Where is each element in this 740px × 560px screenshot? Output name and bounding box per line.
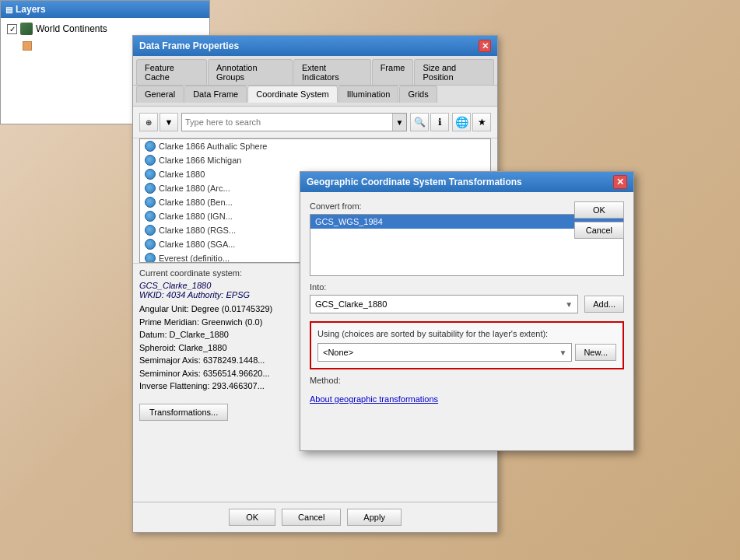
gcs-title: Geographic Coordinate System Transformat… (307, 177, 522, 187)
globe-icon (145, 183, 156, 194)
dfp-title: Data Frame Properties (139, 40, 239, 51)
layers-icon: ▤ (5, 5, 12, 14)
gcs-close-button[interactable]: ✕ (613, 175, 627, 189)
globe-icon (145, 141, 156, 152)
apply-button[interactable]: Apply (347, 509, 402, 526)
gcs-transformations-dialog: Geographic Coordinate System Transformat… (300, 171, 634, 451)
globe-button[interactable]: 🌐 (452, 113, 471, 131)
cs-item-label: Clarke 1866 Michigan (159, 156, 241, 165)
into-row: GCS_Clarke_1880 ▼ Add... (310, 295, 624, 313)
cs-item-label: Clarke 1866 Authalic Sphere (159, 142, 267, 151)
tab-extent-indicators[interactable]: Extent Indicators (293, 59, 371, 85)
dfp-bottom-buttons: OK Cancel Apply (133, 502, 497, 532)
globe-icon (145, 225, 156, 236)
using-box: Using (choices are sorted by suitability… (310, 321, 624, 369)
method-label: Method: (310, 376, 624, 385)
gcs-ok-button[interactable]: OK (574, 201, 624, 219)
cs-item-label: Clarke 1880 (159, 170, 205, 179)
globe-icon (145, 197, 156, 208)
tab-grids[interactable]: Grids (399, 86, 437, 103)
search-icons: 🔍 ℹ (410, 113, 449, 131)
using-label: Using (choices are sorted by suitability… (317, 329, 616, 338)
globe-icon (145, 169, 156, 180)
tab-illumination[interactable]: Illumination (338, 86, 399, 103)
tab-annotation-groups[interactable]: Annotation Groups (208, 59, 293, 85)
extra-icons: 🌐 ★ (452, 113, 491, 131)
search-input-wrap: ▼ (181, 113, 407, 131)
add-button[interactable]: Add... (584, 296, 624, 313)
globe-icon: 🌐 (455, 116, 468, 128)
layer-sublayer-icon (23, 41, 32, 51)
list-item: ✓ World Continents (7, 21, 203, 37)
ok-button[interactable]: OK (229, 509, 275, 526)
info-icon: ℹ (438, 117, 442, 128)
transformations-button[interactable]: Transformations... (139, 404, 228, 421)
using-dropdown[interactable]: <None> ▼ (317, 343, 572, 362)
gcs-cancel-button[interactable]: Cancel (574, 222, 624, 239)
star-icon: ★ (478, 117, 486, 128)
dropdown-arrow-icon: ▼ (559, 348, 567, 357)
tabs-row-1: Feature Cache Annotation Groups Extent I… (133, 56, 497, 86)
cs-item-label: Clarke 1880 (Arc... (159, 184, 230, 193)
list-item[interactable]: Clarke 1866 Authalic Sphere (140, 139, 490, 153)
cs-item-label: Clarke 1880 (Ben... (159, 198, 233, 207)
cancel-button[interactable]: Cancel (282, 509, 341, 526)
close-button[interactable]: ✕ (479, 40, 491, 52)
using-dropdown-row: <None> ▼ New... (317, 343, 616, 362)
globe-icon (145, 253, 156, 263)
layer-label: World Continents (36, 23, 107, 34)
tab-frame[interactable]: Frame (372, 59, 414, 85)
star-button[interactable]: ★ (472, 113, 491, 131)
cs-item-label: Clarke 1880 (SGA... (159, 240, 235, 249)
into-label: Into: (310, 282, 624, 292)
search-toolbar: ⊕ ▼ (139, 113, 178, 131)
toolbar-dropdown-button[interactable]: ▼ (160, 113, 178, 131)
search-info-button[interactable]: ℹ (430, 113, 449, 131)
layers-title: Layers (16, 4, 46, 15)
tab-feature-cache[interactable]: Feature Cache (136, 59, 207, 85)
search-go-button[interactable]: 🔍 (410, 113, 429, 131)
cs-icon: ⊕ (146, 118, 152, 127)
globe-icon (145, 239, 156, 250)
tab-size-and-position[interactable]: Size and Position (414, 59, 494, 85)
checkbox[interactable]: ✓ (7, 24, 17, 34)
layer-icon (20, 23, 33, 35)
magnifier-icon: 🔍 (414, 117, 426, 128)
into-dropdown[interactable]: GCS_Clarke_1880 ▼ (310, 295, 578, 313)
tab-general[interactable]: General (136, 86, 184, 103)
dropdown-arrow-icon: ▼ (565, 300, 573, 309)
using-value: <None> (323, 348, 353, 357)
dfp-titlebar: Data Frame Properties ✕ (133, 36, 497, 56)
toolbar-cs-button[interactable]: ⊕ (139, 113, 158, 131)
search-area: ⊕ ▼ ▼ 🔍 ℹ 🌐 ★ (133, 107, 497, 138)
dropdown-arrow-icon: ▼ (165, 117, 174, 127)
globe-icon (145, 155, 156, 166)
cs-item-label: Clarke 1880 (RGS... (159, 226, 236, 235)
tabs-row-2: General Data Frame Coordinate System Ill… (133, 86, 497, 107)
cs-item-label: Everest (definitio... (159, 254, 230, 263)
layers-titlebar: ▤ Layers (1, 1, 209, 18)
tab-coordinate-system[interactable]: Coordinate System (247, 86, 338, 103)
tab-data-frame[interactable]: Data Frame (184, 86, 247, 103)
list-item[interactable]: Clarke 1866 Michigan (140, 153, 490, 167)
about-transformations-link[interactable]: About geographic transformations (310, 394, 624, 404)
globe-icon (145, 211, 156, 222)
cs-item-label: Clarke 1880 (IGN... (159, 212, 233, 221)
search-input[interactable] (182, 117, 392, 127)
search-dropdown-arrow[interactable]: ▼ (392, 114, 406, 131)
gcs-action-buttons: OK Cancel (574, 201, 624, 239)
new-button[interactable]: New... (575, 344, 616, 361)
gcs-titlebar: Geographic Coordinate System Transformat… (300, 172, 633, 192)
into-value: GCS_Clarke_1880 (315, 299, 387, 309)
